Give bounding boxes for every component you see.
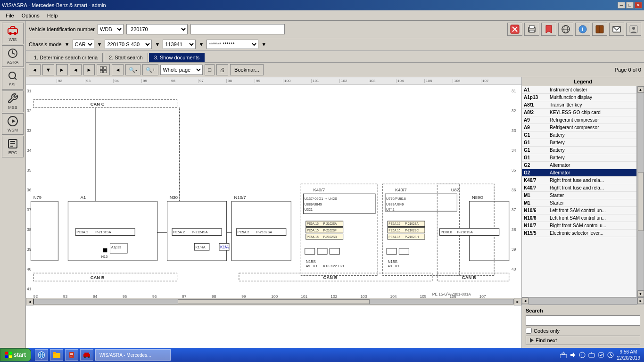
legend-item[interactable]: G1 Battery (522, 147, 636, 154)
book-button[interactable] (592, 23, 607, 36)
nav-forward-button[interactable]: ► (83, 64, 95, 75)
restore-button[interactable]: □ (626, 2, 634, 8)
svg-rect-171 (560, 354, 567, 358)
legend-scroll-track[interactable] (637, 93, 644, 290)
legend-scroll-down[interactable]: ▼ (637, 290, 644, 297)
legend-item[interactable]: N10/7 Right front SAM control u... (522, 222, 636, 230)
user-button[interactable] (626, 23, 641, 36)
zoom-out-button[interactable]: 🔍- (125, 64, 140, 75)
print-button[interactable] (524, 23, 539, 36)
mail-button[interactable] (609, 23, 624, 36)
scroll-thumb[interactable] (178, 299, 370, 304)
svg-text:U137/ 06O1 → U42S: U137/ 06O1 → U42S (305, 197, 337, 201)
legend-item[interactable]: K40/7 Right front fuse and rela... (522, 184, 636, 192)
masked-select[interactable]: ****** ****** (206, 40, 258, 49)
codes-only-row: Codes only (526, 328, 640, 334)
model-select[interactable]: 220170 S 430 (105, 40, 152, 49)
close-button[interactable]: ✕ (635, 2, 642, 8)
svg-text:103: 103 (360, 294, 367, 298)
legend-item[interactable]: G1 Battery (522, 132, 636, 139)
sidebar-item-asra[interactable]: ASRA (2, 45, 24, 67)
legend-item[interactable]: N10/6 Left front SAM control un... (522, 207, 636, 214)
legend-item[interactable]: A9 Refrigerant compressor (522, 124, 636, 132)
sidebar-item-mss[interactable]: MSS (2, 90, 24, 112)
start-button[interactable]: start (0, 348, 31, 362)
chassis-dropdown-arrow: ▼ (65, 41, 70, 47)
taskbar-settings-button[interactable] (65, 349, 78, 361)
bookmark-label-button[interactable]: Bookmar... (230, 64, 264, 75)
codes-only-checkbox[interactable] (526, 328, 532, 334)
minimize-button[interactable]: ─ (618, 2, 625, 8)
nav-left-button[interactable]: ◄ (112, 64, 124, 75)
legend-item[interactable]: K40/7 Right front fuse and rela... (522, 177, 636, 184)
legend-scrollbar[interactable]: ▲ ▼ (636, 86, 644, 297)
legend-item[interactable]: N10/6 Left front SAM control un... (522, 214, 636, 222)
grid-view-button[interactable] (97, 64, 110, 75)
info-button[interactable]: i (575, 23, 590, 36)
legend-scroll-thumb[interactable] (638, 172, 644, 231)
delete-button[interactable] (507, 23, 522, 36)
legend-item[interactable]: M1 Starter (522, 199, 636, 207)
chassis-mode-select[interactable]: CAR (73, 40, 94, 49)
find-next-button[interactable]: Find next (526, 336, 640, 345)
vin-number-select[interactable]: 220170 (126, 24, 188, 34)
legend-item[interactable]: G1 Battery (522, 139, 636, 147)
scroll-right-button[interactable]: ► (514, 298, 521, 305)
legend-table[interactable]: A1 Instrument cluster A1p13 Multifunctio… (522, 86, 636, 297)
tab-search[interactable]: 2. Start search (104, 53, 148, 62)
taskbar-wis-button[interactable] (80, 349, 93, 361)
legend-scroll-up[interactable]: ▲ (637, 86, 644, 93)
legend-hscroll-left[interactable]: ◄ (522, 297, 528, 304)
vin-search-input[interactable] (190, 24, 285, 34)
legend-item[interactable]: A9 Refrigerant compressor (522, 116, 636, 124)
taskbar-ie-button[interactable] (35, 349, 48, 361)
view-mode-button[interactable]: □ (205, 64, 215, 75)
svg-text:39: 39 (512, 247, 516, 252)
legend-hscroll-track[interactable] (528, 297, 637, 304)
legend-hscroll-right[interactable]: ► (637, 297, 644, 304)
legend-item-selected[interactable]: G2 Alternator (522, 169, 636, 177)
tab-show-docs[interactable]: 3. Show documents (149, 53, 205, 62)
nav-next-button[interactable]: ► (56, 64, 68, 75)
sidebar-item-wsm[interactable]: WSM (2, 113, 24, 135)
sidebar-item-wis[interactable]: WIS (2, 23, 24, 44)
legend-item[interactable]: M1 Starter (522, 192, 636, 199)
menu-file[interactable]: File (2, 12, 18, 19)
nav-back-button[interactable]: ◄ (70, 64, 82, 75)
legend-item[interactable]: A1p13 Multifunction display (522, 94, 636, 101)
legend-item[interactable]: A1 Instrument cluster (522, 86, 636, 94)
legend-item[interactable]: G2 Alternator (522, 162, 636, 169)
tab-determine[interactable]: 1. Determine search criteria (29, 53, 103, 62)
code-select[interactable]: 113941 (163, 40, 196, 49)
diagram-area[interactable]: 92 93 94 95 96 97 98 99 100 101 102 103 … (26, 77, 521, 348)
vin-prefix-select[interactable]: WDB (98, 24, 124, 34)
svg-text:PE5A.15: PE5A.15 (388, 235, 400, 239)
svg-text:PE5A.15: PE5A.15 (307, 222, 319, 225)
legend-item[interactable]: N15/5 Electronic selector lever... (522, 230, 636, 237)
horizontal-scrollbar[interactable]: ◄ ► (26, 298, 521, 305)
legend-item[interactable]: G1 Battery (522, 154, 636, 162)
menu-options[interactable]: Options (18, 12, 43, 19)
scroll-left-button[interactable]: ◄ (26, 298, 33, 305)
svg-text:32: 32 (27, 108, 32, 113)
zoom-select[interactable]: Whole page 50% 75% 100% 150% 200% (160, 65, 203, 75)
print-doc-button[interactable]: 🖨 (216, 64, 228, 75)
globe-button[interactable] (558, 23, 573, 36)
zoom-in-button[interactable]: 🔍+ (142, 64, 158, 75)
wrench-icon (7, 93, 18, 104)
svg-text:31: 31 (27, 89, 32, 93)
svg-text:P-2124SA: P-2124SA (192, 230, 208, 234)
legend-item[interactable]: A8/1 Transmitter key (522, 101, 636, 109)
sidebar-item-ssl[interactable]: SSL (2, 68, 24, 90)
scroll-track[interactable] (33, 299, 514, 304)
menu-help[interactable]: Help (43, 12, 62, 19)
nav-prev-button[interactable]: ◄ (29, 64, 41, 75)
nav-dropdown-button[interactable]: ▼ (42, 64, 54, 75)
legend-item[interactable]: A8/2 KEYLESS-GO chip card (522, 109, 636, 116)
bookmark-button[interactable] (541, 23, 556, 36)
taskbar-folder-button[interactable] (50, 349, 63, 361)
sidebar-item-epc[interactable]: EPC (2, 136, 24, 157)
search-input[interactable] (526, 315, 640, 326)
legend-hscrollbar[interactable]: ◄ ► (522, 297, 644, 304)
taskbar-wis-app-button[interactable]: WIS/ASRA - Mercedes... (95, 349, 171, 361)
